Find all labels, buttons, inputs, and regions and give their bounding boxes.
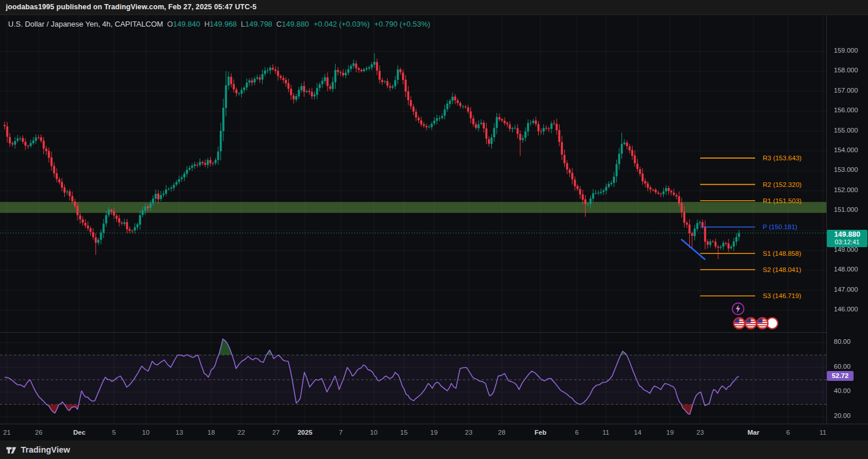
ohlc-value: 149.968 — [209, 20, 237, 28]
pivot-label-R1: R1 (151.503) — [763, 197, 801, 204]
time-tick-label: 19 — [654, 429, 686, 436]
symbol-title: U.S. Dollar / Japanese Yen, 4h, CAPITALC… — [8, 20, 163, 28]
time-tick-label: 13 — [163, 429, 196, 436]
rsi-tick-label: 80.00 — [834, 338, 851, 345]
time-tick-label: 7 — [325, 429, 357, 436]
price-pane[interactable]: R3 (153.643)R2 (152.320)R1 (151.503)P (1… — [0, 15, 826, 332]
tradingview-snapshot: joodabas1995 published on TradingView.co… — [0, 0, 868, 459]
price-tick-label: 159.000 — [834, 47, 858, 54]
time-tick-label: 22 — [225, 429, 258, 436]
tradingview-logo[interactable]: TradingView — [6, 445, 70, 456]
price-tick-label: 152.000 — [834, 186, 858, 193]
rsi-tick-label: 20.00 — [834, 412, 851, 419]
time-tick-label: 11 — [590, 429, 622, 436]
ohlc-label: O — [167, 20, 173, 28]
supply-zone — [0, 202, 826, 213]
time-tick-label: Dec — [63, 429, 95, 436]
pivot-label-P: P (150.181) — [763, 223, 797, 230]
pivot-label-S1: S1 (148.858) — [763, 250, 801, 257]
tradingview-logo-text: TradingView — [21, 445, 70, 454]
price-grid — [0, 15, 826, 332]
price-tick-label: 153.000 — [834, 166, 858, 173]
time-tick-label: 19 — [418, 429, 450, 436]
price-tick-label: 151.000 — [834, 206, 858, 213]
time-tick-label: 23 — [684, 429, 716, 436]
chart-widget[interactable]: R3 (153.643)R2 (152.320)R1 (151.503)P (1… — [0, 14, 868, 440]
drawn-trendline[interactable] — [682, 240, 705, 259]
time-tick-label: Feb — [524, 429, 557, 436]
last-price-value: 149.880 — [827, 230, 867, 238]
change-percent: +0.790 (+0.53%) — [374, 20, 431, 28]
rsi-tick-label: 40.00 — [834, 387, 851, 394]
price-tick-label: 155.000 — [834, 127, 858, 134]
price-tick-label: 148.000 — [834, 266, 858, 273]
lightning-icon[interactable] — [731, 302, 745, 316]
price-tick-label: 146.000 — [834, 306, 858, 313]
last-price-badge: 149.880 03:12:41 — [827, 230, 867, 247]
price-tick-label: 147.000 — [834, 286, 858, 293]
price-tick-label: 156.000 — [834, 107, 858, 113]
price-tick-label: 154.000 — [834, 146, 858, 153]
time-tick-label: 6 — [772, 429, 804, 436]
price-tick-label: 157.000 — [834, 87, 858, 94]
time-tick-label: 10 — [130, 429, 162, 436]
time-tick-label: 6 — [561, 429, 593, 436]
time-tick-label: 15 — [388, 429, 420, 436]
us-flag[interactable] — [733, 317, 746, 331]
change-absolute: +0.042 (+0.03%) — [314, 20, 370, 28]
time-axis[interactable]: 2126Dec51013182227202571015192328Feb6111… — [0, 424, 868, 441]
time-tick-label: 14 — [621, 429, 654, 436]
symbol-legend: U.S. Dollar / Japanese Yen, 4h, CAPITALC… — [8, 20, 431, 28]
ohlc-label: L — [241, 20, 245, 28]
price-tick-label: 158.000 — [834, 67, 858, 74]
time-tick-label: 23 — [453, 429, 485, 436]
ohlc-value: 149.840 — [173, 20, 200, 28]
publish-topbar: joodabas1995 published on TradingView.co… — [0, 0, 868, 14]
ohlc-label: H — [204, 20, 209, 28]
time-tick-label: 26 — [23, 429, 55, 436]
tradingview-logo-icon — [6, 445, 17, 456]
time-tick-label: 27 — [260, 429, 292, 436]
rsi-pane[interactable] — [0, 332, 826, 424]
time-tick-label: 11 — [807, 429, 839, 436]
pivot-label-S2: S2 (148.041) — [763, 266, 801, 273]
ohlc-label: C — [277, 20, 282, 28]
pivot-label-R2: R2 (152.320) — [763, 181, 801, 188]
ohlc-value: 149.798 — [245, 20, 273, 28]
bar-countdown: 03:12:41 — [827, 238, 867, 246]
time-tick-label: 2025 — [289, 429, 321, 436]
pivot-label-S3: S3 (146.719) — [763, 292, 801, 299]
time-tick-label: 18 — [195, 429, 227, 436]
ohlc-value: 149.880 — [282, 20, 309, 28]
time-tick-label: 28 — [486, 429, 518, 436]
rsi-tick-label: 60.00 — [834, 363, 851, 370]
rsi-value-badge: 52.72 — [827, 371, 854, 381]
pivot-label-R3: R3 (153.643) — [763, 155, 801, 161]
footer-bar: TradingView — [0, 440, 868, 459]
price-axis[interactable]: 159.000158.000157.000156.000155.000154.0… — [826, 15, 868, 424]
time-tick-label: 10 — [358, 429, 390, 436]
time-tick-label: 21 — [0, 429, 23, 436]
publish-watermark: joodabas1995 published on TradingView.co… — [6, 3, 256, 11]
time-tick-label: 5 — [98, 429, 130, 436]
time-tick-label: Mar — [737, 429, 770, 436]
